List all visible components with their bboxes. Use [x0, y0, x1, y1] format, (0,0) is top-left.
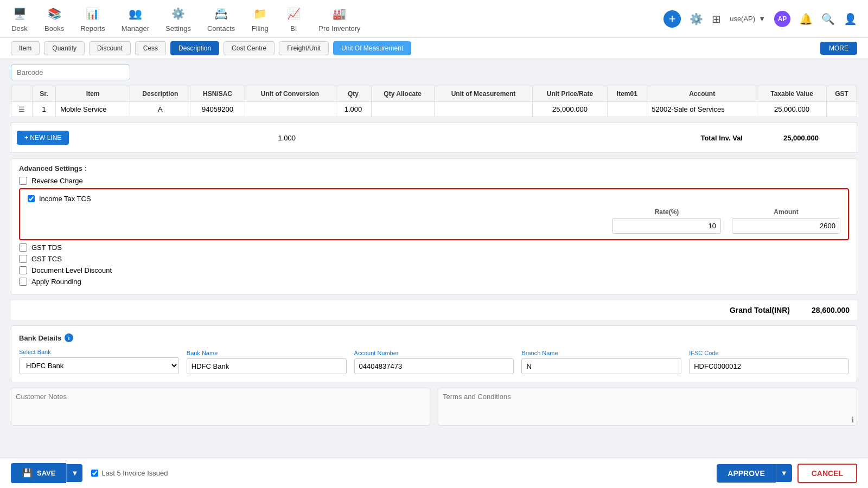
- ifsc-group: IFSC Code: [689, 350, 849, 374]
- nav-contacts[interactable]: 📇 Contacts: [207, 5, 235, 33]
- nav-bi[interactable]: 📈 BI: [285, 5, 302, 33]
- select-bank-dropdown[interactable]: HDFC Bank: [19, 357, 179, 374]
- nav-books[interactable]: 📚 Books: [44, 5, 64, 33]
- nav-filing-label: Filing: [252, 24, 269, 33]
- approve-dropdown-button[interactable]: ▼: [776, 464, 792, 482]
- col-hsn-sac: HSN/SAC: [190, 86, 245, 102]
- doc-level-discount-label: Document Level Discount: [31, 266, 112, 274]
- reports-icon: 📊: [84, 5, 101, 22]
- grid-icon[interactable]: ⊞: [712, 12, 721, 25]
- col-unit-measurement: Unit of Measurement: [434, 86, 533, 102]
- bottom-action-bar: 💾 SAVE ▼ Last 5 Invoice Issued APPROVE ▼…: [0, 458, 868, 488]
- branch-name-input[interactable]: [521, 358, 681, 374]
- save-button-group: 💾 SAVE ▼: [11, 463, 82, 483]
- doc-level-discount-checkbox[interactable]: [19, 266, 27, 274]
- barcode-input[interactable]: [11, 65, 130, 80]
- tab-discount[interactable]: Discount: [89, 41, 131, 55]
- row-unit-measurement[interactable]: [434, 102, 533, 117]
- reverse-charge-checkbox[interactable]: [19, 177, 27, 185]
- nav-desk[interactable]: 🖥️ Desk: [11, 5, 28, 33]
- tab-description[interactable]: Description: [170, 41, 219, 55]
- col-qty-allocate: Qty Allocate: [371, 86, 434, 102]
- gst-tds-checkbox[interactable]: [19, 243, 27, 252]
- apply-rounding-label: Apply Rounding: [31, 278, 81, 286]
- nav-reports[interactable]: 📊 Reports: [80, 5, 105, 33]
- row-qty[interactable]: 1.000: [335, 102, 371, 117]
- notification-icon[interactable]: 🔔: [799, 12, 813, 25]
- tcs-amount-group: Amount: [732, 208, 840, 234]
- pro-inventory-icon: 🏭: [331, 5, 348, 22]
- col-item01: Item01: [607, 86, 647, 102]
- bank-name-group: Bank Name: [187, 350, 347, 374]
- row-handle[interactable]: ☰: [11, 102, 33, 117]
- avatar[interactable]: AP: [774, 11, 790, 27]
- col-menu: [11, 86, 33, 102]
- income-tax-tcs-checkbox[interactable]: [28, 195, 35, 202]
- nav-settings-label: Settings: [165, 24, 191, 33]
- tab-item[interactable]: Item: [11, 41, 40, 55]
- row-unit-price[interactable]: 25,000.000: [533, 102, 607, 117]
- new-line-button[interactable]: + NEW LINE: [17, 131, 69, 145]
- gst-tds-row: GST TDS: [19, 243, 849, 252]
- tab-freight-unit[interactable]: Freight/Unit: [279, 41, 329, 55]
- tab-quantity[interactable]: Quantity: [44, 41, 85, 55]
- user-account-icon[interactable]: 👤: [844, 12, 857, 25]
- tcs-fields: Rate(%) Amount: [28, 208, 840, 234]
- bi-icon: 📈: [285, 5, 302, 22]
- notes-row: ℹ: [11, 388, 857, 427]
- invoice-items-table: Sr. Item Description HSN/SAC Unit of Con…: [11, 86, 857, 117]
- account-number-input[interactable]: [354, 358, 514, 374]
- tab-bar: Item Quantity Discount Cess Description …: [0, 38, 868, 59]
- row-hsn-sac[interactable]: 94059200: [190, 102, 245, 117]
- bank-info-icon[interactable]: i: [65, 333, 73, 342]
- tcs-amount-input[interactable]: [732, 218, 840, 234]
- tcs-rate-input[interactable]: [612, 218, 721, 234]
- nav-filing[interactable]: 📁 Filing: [251, 5, 269, 33]
- save-dropdown-button[interactable]: ▼: [66, 464, 82, 482]
- row-qty-allocate[interactable]: [371, 102, 434, 117]
- cancel-button[interactable]: CANCEL: [797, 464, 857, 483]
- row-gst: [827, 102, 857, 117]
- gst-tcs-checkbox[interactable]: [19, 255, 27, 263]
- nav-manager[interactable]: 👥 Manager: [122, 5, 149, 33]
- row-account[interactable]: 52002-Sale of Services: [647, 102, 757, 117]
- search-icon[interactable]: 🔍: [821, 12, 835, 25]
- tab-cost-centre[interactable]: Cost Centre: [224, 41, 275, 55]
- user-menu[interactable]: use(AP) ▼: [730, 15, 765, 23]
- table-row: ☰ 1 Mobile Service A 94059200 1.000 25,0…: [11, 102, 857, 117]
- last-invoice-section: Last 5 Invoice Issued: [91, 469, 168, 477]
- customer-notes-textarea[interactable]: [11, 388, 430, 426]
- tab-unit-of-measurement[interactable]: Unit Of Measurement: [333, 41, 411, 55]
- row-description[interactable]: A: [130, 102, 190, 117]
- apply-rounding-checkbox[interactable]: [19, 278, 27, 286]
- col-sr: Sr.: [32, 86, 55, 102]
- col-unit-conversion: Unit of Conversion: [245, 86, 335, 102]
- terms-conditions-textarea[interactable]: [438, 388, 857, 426]
- last-invoice-checkbox[interactable]: [91, 470, 98, 477]
- terms-info-icon: ℹ: [851, 415, 854, 424]
- ifsc-input[interactable]: [689, 358, 849, 374]
- tab-cess[interactable]: Cess: [135, 41, 166, 55]
- bank-details-title: Bank Details i: [19, 333, 849, 342]
- gear-icon[interactable]: ⚙️: [690, 12, 703, 25]
- total-qty: 1.000: [265, 134, 309, 142]
- nav-pro-inventory[interactable]: 🏭 Pro Inventory: [318, 5, 360, 33]
- approve-button[interactable]: APPROVE: [717, 464, 775, 483]
- save-icon: 💾: [22, 468, 33, 478]
- row-item[interactable]: Mobile Service: [56, 102, 130, 117]
- save-button[interactable]: 💾 SAVE: [11, 463, 66, 483]
- row-item01[interactable]: [607, 102, 647, 117]
- income-tax-tcs-header: Income Tax TCS: [28, 195, 840, 203]
- row-unit-conversion[interactable]: [245, 102, 335, 117]
- nav-manager-label: Manager: [122, 24, 149, 33]
- filing-icon: 📁: [251, 5, 269, 22]
- nav-settings[interactable]: ⚙️ Settings: [165, 5, 191, 33]
- desk-icon: 🖥️: [11, 5, 28, 22]
- bank-details-section: Bank Details i Select Bank HDFC Bank Ban…: [11, 325, 857, 382]
- nav-bi-label: BI: [290, 24, 297, 33]
- income-tax-tcs-label: Income Tax TCS: [39, 195, 91, 203]
- tcs-rate-group: Rate(%): [612, 208, 721, 234]
- add-new-button[interactable]: +: [663, 10, 681, 28]
- more-button[interactable]: MORE: [820, 42, 857, 55]
- bank-name-input[interactable]: [187, 358, 347, 374]
